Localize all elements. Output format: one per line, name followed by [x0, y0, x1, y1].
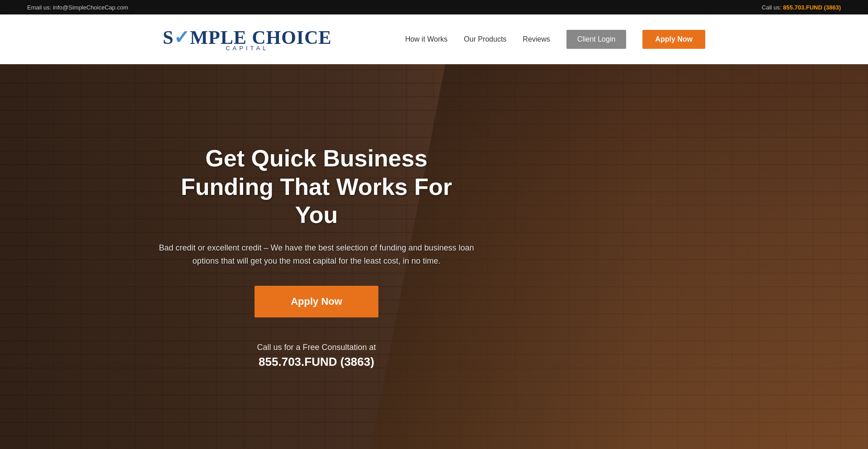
nav-item-apply-now[interactable]: Apply Now [642, 30, 705, 49]
nav-link-how-it-works[interactable]: How it Works [405, 35, 448, 43]
nav-link-reviews[interactable]: Reviews [523, 35, 550, 43]
hero-subtitle: Bad credit or excellent credit – We have… [158, 241, 475, 268]
hero-phone: 855.703.FUND (3863) [158, 355, 475, 369]
apply-now-nav-button[interactable]: Apply Now [642, 30, 705, 49]
email-info: Email us: info@SimpleChoiceCap.com [27, 4, 128, 11]
top-bar: Email us: info@SimpleChoiceCap.com Call … [0, 0, 868, 14]
email-label: Email us: [27, 4, 51, 11]
logo-sub-text: Capital [226, 45, 269, 51]
nav-link-our-products[interactable]: Our Products [464, 35, 506, 43]
nav-item-client-login[interactable]: Client Login [566, 30, 627, 49]
phone-label: Call us: [762, 4, 781, 11]
nav-item-reviews[interactable]: Reviews [523, 35, 550, 43]
navbar: S✓MPLE CHOICE Capital How it Works Our P… [0, 14, 868, 64]
phone-info: Call us: 855.703.FUND (3863) [762, 4, 841, 11]
hero-section: Get Quick Business Funding That Works Fo… [0, 64, 868, 449]
logo-text: S✓MPLE CHOICE [163, 28, 332, 47]
hero-content: Get Quick Business Funding That Works Fo… [158, 144, 475, 369]
nav-item-how-it-works[interactable]: How it Works [405, 35, 448, 43]
client-login-button[interactable]: Client Login [566, 30, 627, 49]
nav-item-our-products[interactable]: Our Products [464, 35, 506, 43]
nav-links: How it Works Our Products Reviews Client… [405, 30, 705, 49]
hero-title: Get Quick Business Funding That Works Fo… [158, 144, 475, 229]
hero-consultation-text: Call us for a Free Consultation at [158, 343, 475, 352]
apply-now-hero-button[interactable]: Apply Now [255, 286, 378, 317]
logo[interactable]: S✓MPLE CHOICE Capital [163, 28, 332, 51]
email-link[interactable]: info@SimpleChoiceCap.com [53, 4, 128, 11]
phone-number: 855.703.FUND (3863) [783, 4, 841, 11]
hero-apply-wrap[interactable]: Apply Now [158, 286, 475, 334]
